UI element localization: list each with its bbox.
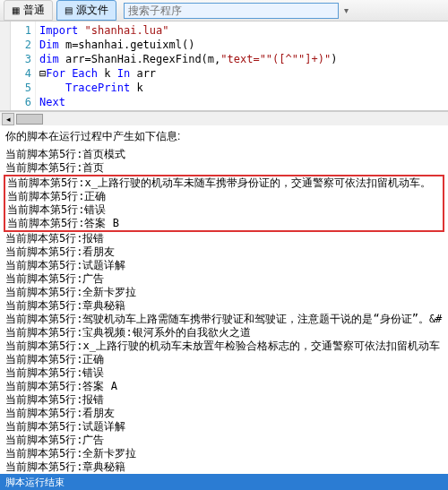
output-line: 当前脚本第5行:首页模式 [5,148,443,161]
output-line: 当前脚本第5行:全新卡罗拉 [5,286,443,299]
source-icon: ▤ [65,5,73,15]
output-line: 当前脚本第5行:x_上路行驶的机动车未放置年检验合格标志的，交通警察可依法扣留机… [5,340,443,353]
code-content[interactable]: Import "shanhai.lua"Dim m=shanhai.getuix… [36,21,448,110]
code-line[interactable]: Dim m=shanhai.getuixml() [39,38,444,52]
output-line: 当前脚本第5行:错误 [5,366,443,380]
output-line: 当前脚本第5行:首页 [5,161,443,175]
line-number: 4 [11,66,31,81]
output-line: 当前脚本第5行:章典秘籍 [5,460,443,474]
line-number: 3 [11,52,31,66]
fold-gutter [0,21,11,110]
output-line: 当前脚本第5行:看朋友 [5,407,443,420]
horizontal-scrollbar[interactable]: ◂ [0,111,448,125]
tab-source[interactable]: ▤ 源文件 [56,0,116,21]
tab-icon: ▦ [12,5,20,15]
output-line: 当前脚本第5行:章典秘籍 [5,299,443,313]
tab-normal[interactable]: ▦ 普通 [4,0,53,21]
line-number: 5 [11,81,31,95]
tab-source-label: 源文件 [76,3,108,18]
output-line: 当前脚本第5行:广告 [5,434,443,447]
output-line: 当前脚本第5行:正确 [7,190,441,203]
line-number-gutter: 123456 [11,21,36,110]
status-bar: 脚本运行结束 [0,474,448,490]
output-line: 当前脚本第5行:报错 [5,393,443,407]
highlight-box: 当前脚本第5行:x_上路行驶的机动车未随车携带身份证的，交通警察可依法扣留机动车… [4,175,444,232]
code-line[interactable]: dim arr=ShanHai.RegexFind(m,"text=""([^"… [39,52,444,66]
output-line: 当前脚本第5行:看朋友 [5,245,443,259]
output-line: 当前脚本第5行:答案 B [7,217,441,230]
code-line[interactable]: Import "shanhai.lua" [39,23,444,38]
output-line: 当前脚本第5行:广告 [5,272,443,286]
code-line[interactable]: Next [39,95,444,109]
output-line: 当前脚本第5行:错误 [7,203,441,217]
code-line[interactable]: TracePrint k [39,81,444,95]
scroll-thumb[interactable] [16,114,43,125]
tab-normal-label: 普通 [23,3,45,18]
output-line: 当前脚本第5行:试题详解 [5,259,443,272]
output-line: 当前脚本第5行:宝典视频:银河系外的自我欲火之道 [5,326,443,340]
output-line: 当前脚本第5行:报错 [5,232,443,245]
code-line[interactable]: ⊟For Each k In arr [39,66,444,81]
output-line: 当前脚本第5行:答案 A [5,380,443,393]
toolbar: ▦ 普通 ▤ 源文件 ▾ [0,0,448,21]
output-header: 你的脚本在运行过程中产生如下信息: [0,125,448,148]
line-number: 1 [11,23,31,38]
output-line: 当前脚本第5行:全新卡罗拉 [5,447,443,460]
code-editor[interactable]: 123456 Import "shanhai.lua"Dim m=shanhai… [0,21,448,111]
line-number: 2 [11,38,31,52]
output-line: 当前脚本第5行:正确 [5,353,443,366]
search-input[interactable] [124,3,339,19]
line-number: 6 [11,95,31,109]
status-text: 脚本运行结束 [5,477,65,487]
output-line: 当前脚本第5行:x_上路行驶的机动车未随车携带身份证的，交通警察可依法扣留机动车… [7,176,441,190]
search-container [124,3,339,19]
scroll-left-icon[interactable]: ◂ [2,113,14,125]
dropdown-arrow-icon[interactable]: ▾ [344,5,349,15]
output-line: 当前脚本第5行:试题详解 [5,420,443,434]
output-line: 当前脚本第5行:驾驶机动车上路需随车携带行驶证和驾驶证，注意题干说的是“身份证”… [5,313,443,326]
output-area: 当前脚本第5行:首页模式当前脚本第5行:首页当前脚本第5行:x_上路行驶的机动车… [0,148,448,490]
